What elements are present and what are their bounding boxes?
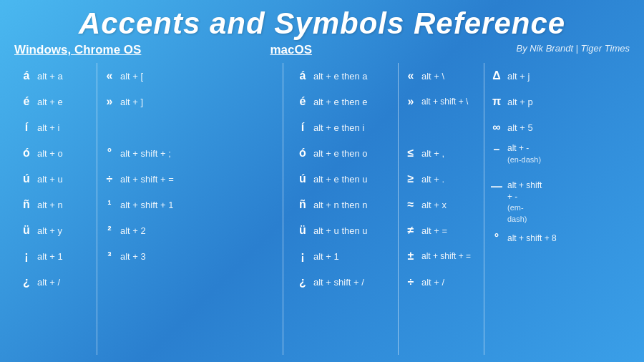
symbol: ó — [296, 147, 309, 160]
list-item: π alt + p — [490, 89, 542, 114]
symbol: ñ — [296, 198, 309, 211]
list-item: ó alt + o — [20, 140, 91, 166]
shortcut: alt + o — [37, 148, 63, 159]
macos-section-header: macOS — [270, 43, 312, 57]
shortcut: alt + shift + \ — [421, 97, 468, 107]
shortcut: alt + shift + = — [120, 174, 174, 185]
shortcut: alt + a — [37, 71, 63, 82]
shortcut: alt + [ — [120, 71, 143, 82]
list-item: ≥ alt + . — [404, 166, 478, 192]
list-item: ° alt + shift + 8 — [490, 225, 542, 251]
content-area: á alt + a é alt + e í alt + i ó alt + o … — [14, 63, 630, 355]
symbol: ñ — [20, 198, 33, 211]
symbol: ü — [20, 224, 33, 237]
shortcut: alt + j — [507, 71, 530, 82]
list-item: « alt + [ — [103, 63, 205, 89]
symbol: ÷ — [103, 172, 116, 185]
list-item: » alt + ] — [103, 89, 205, 114]
symbol: ° — [103, 147, 116, 160]
list-item: ¡ alt + 1 — [296, 243, 392, 269]
mac-col2: « alt + \ » alt + shift + \ ≤ alt + , ≥ … — [398, 63, 484, 355]
symbol: ≤ — [404, 147, 417, 160]
windows-section-header: Windows, Chrome OS — [14, 43, 141, 57]
symbol: í — [20, 121, 33, 134]
macos-section: á alt + e then a é alt + e then e í alt … — [283, 63, 630, 355]
list-item: ° alt + shift + ; — [103, 140, 205, 166]
symbol: — — [490, 180, 503, 193]
list-item: ² alt + 2 — [103, 217, 205, 243]
symbol: ° — [490, 232, 503, 245]
symbol: ü — [296, 224, 309, 237]
shortcut: alt + n then n — [313, 200, 368, 210]
list-item: ú alt + u — [20, 166, 91, 192]
shortcut: alt + 1 — [37, 251, 63, 262]
list-item: » alt + shift + \ — [404, 89, 478, 114]
symbol: ÷ — [404, 275, 417, 288]
list-item: á alt + a — [20, 63, 91, 89]
page-title: Accents and Symbols Reference — [14, 7, 630, 40]
symbol: ¿ — [20, 275, 33, 288]
shortcut: alt + 2 — [120, 225, 146, 236]
symbol: ∞ — [490, 121, 503, 134]
shortcut: alt + ] — [120, 97, 143, 107]
symbol: í — [296, 121, 309, 134]
byline: By Nik Brandt | Tiger Times — [517, 43, 630, 55]
symbol: á — [20, 69, 33, 82]
shortcut: alt + e then i — [313, 122, 364, 133]
list-item: ¡ alt + 1 — [20, 243, 91, 269]
shortcut: alt + . — [421, 174, 444, 185]
shortcut: alt + e then e — [313, 97, 368, 107]
symbol: – — [490, 143, 503, 156]
symbol: ¡ — [20, 250, 33, 263]
shortcut: alt + 5 — [507, 122, 533, 133]
subtitle-row: Windows, Chrome OS macOS By Nik Brandt |… — [14, 43, 630, 57]
list-item: – alt + -(en-dash) — [490, 140, 542, 177]
list-item: ÷ alt + / — [404, 269, 478, 295]
list-item: í alt + i — [20, 114, 91, 140]
shortcut: alt + , — [421, 148, 444, 159]
shortcut: alt + shift + 1 — [120, 200, 173, 210]
list-item: ± alt + shift + = — [404, 243, 478, 269]
shortcut: alt + y — [37, 225, 62, 236]
list-item: ¹ alt + shift + 1 — [103, 192, 205, 217]
list-item: ü alt + y — [20, 217, 91, 243]
symbol: é — [296, 95, 309, 108]
symbol: « — [103, 69, 116, 82]
list-item: ≠ alt + = — [404, 217, 478, 243]
shortcut: alt + \ — [421, 71, 444, 82]
list-item: « alt + \ — [404, 63, 478, 89]
shortcut: alt + p — [507, 97, 533, 107]
symbol: á — [296, 69, 309, 82]
list-item: é alt + e then e — [296, 89, 392, 114]
shortcut: alt + u then u — [313, 225, 368, 236]
shortcut: alt + shift + / — [313, 277, 364, 288]
list-item: ¿ alt + shift + / — [296, 269, 392, 295]
symbol: ó — [20, 147, 33, 160]
shortcut: alt + shift + -(em-dash) — [507, 180, 542, 225]
shortcut: alt + shift + = — [421, 251, 471, 261]
symbol: ≠ — [404, 224, 417, 237]
list-item: í alt + e then i — [296, 114, 392, 140]
list-item: ≈ alt + x — [404, 192, 478, 217]
symbol: ≥ — [404, 172, 417, 185]
shortcut: alt + / — [37, 277, 60, 288]
list-item: ∞ alt + 5 — [490, 114, 542, 140]
windows-section: á alt + a é alt + e í alt + i ó alt + o … — [14, 63, 283, 355]
symbol: » — [404, 95, 417, 108]
symbol: Δ — [490, 69, 503, 82]
symbol: ≈ — [404, 198, 417, 211]
symbol: π — [490, 95, 503, 108]
symbol: ¿ — [296, 275, 309, 288]
shortcut: alt + -(en-dash) — [507, 143, 541, 165]
list-item: ÷ alt + shift + = — [103, 166, 205, 192]
shortcut: alt + e then o — [313, 148, 368, 159]
symbol: ú — [20, 172, 33, 185]
list-item: á alt + e then a — [296, 63, 392, 89]
symbol: « — [404, 69, 417, 82]
mac-col3: Δ alt + j π alt + p ∞ alt + 5 – alt + -(… — [484, 63, 548, 355]
page: Accents and Symbols Reference Windows, C… — [0, 0, 644, 362]
shortcut: alt + 3 — [120, 251, 146, 262]
symbol: ³ — [103, 250, 116, 263]
list-item — [404, 114, 478, 140]
symbol: ¹ — [103, 198, 116, 211]
